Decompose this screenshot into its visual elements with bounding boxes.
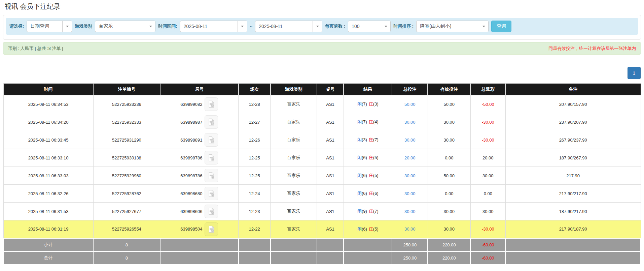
col-header-table-no: 桌号 (317, 84, 344, 95)
col-header-payout: 总派彩 (470, 84, 505, 95)
player-label: 闲 (357, 209, 362, 214)
player-label: 闲 (357, 137, 362, 142)
cell-result: 闲(6)庄(5) (344, 149, 392, 167)
chevron-down-icon (381, 21, 390, 32)
search-button[interactable]: 查询 (491, 21, 511, 32)
player-score: (7) (362, 119, 367, 124)
banker-score: (7) (373, 137, 379, 142)
video-playback-button[interactable] (205, 151, 218, 164)
col-header-time: 时间 (3, 84, 93, 95)
range-separator: ~ (250, 24, 253, 29)
player-score: (6) (362, 227, 367, 232)
currency-total-text: 币别 : 人民币 | 总共 :8 注单 | (8, 46, 63, 52)
cell-total-bet[interactable]: 50.00 (392, 95, 428, 113)
cell-bet-id: 522725927677 (93, 203, 160, 220)
notice-text: 同局有效投注，统一计算在该局第一张注单内 (548, 46, 636, 52)
cell-time: 2025-08-11 06:32:26 (3, 185, 93, 203)
cell-result: 闲(6)庄(5) (344, 167, 392, 185)
video-playback-button[interactable] (205, 187, 218, 200)
col-header-remark: 备注 (505, 84, 641, 95)
table-row: 2025-08-11 06:31:53 522725927677 6398986… (3, 203, 641, 220)
cell-result: 闲(3)庄(7) (344, 131, 392, 149)
page-size-select[interactable]: 100 (348, 21, 391, 32)
subtotal-label: 小计 (3, 238, 93, 251)
cell-payout: 20.00 (470, 149, 505, 167)
video-playback-button[interactable] (205, 97, 218, 111)
player-score: (3) (362, 137, 367, 142)
date-to-select[interactable]: 2025-08-11 (255, 21, 322, 32)
cell-total-bet[interactable]: 30.00 (392, 203, 428, 220)
cell-remark: 267.90/237.90 (505, 131, 641, 149)
cell-remark: 187.90/267.90 (505, 149, 641, 167)
player-label: 闲 (357, 155, 362, 160)
cell-session: 12-24 (239, 185, 271, 203)
player-score: (6) (362, 173, 367, 178)
table-row: 2025-08-11 06:33:03 522725929960 6398987… (3, 167, 641, 185)
video-file-icon (208, 136, 215, 144)
cell-valid-bet: 30.00 (428, 131, 470, 149)
table-row: 2025-08-11 06:32:26 522725928762 6398986… (3, 185, 641, 203)
cell-total-bet[interactable]: 30.00 (392, 113, 428, 131)
cell-result: 闲(7)庄(4) (344, 113, 392, 131)
game-category-select[interactable]: 百家乐 (95, 21, 155, 32)
banker-label: 庄 (369, 173, 373, 178)
video-playback-button[interactable] (205, 133, 218, 147)
video-file-icon (208, 118, 215, 126)
video-playback-button[interactable] (205, 205, 218, 218)
cell-total-bet[interactable]: 30.00 (392, 131, 428, 149)
round-id-text: 639898786 (180, 155, 202, 160)
cell-game: 百家乐 (271, 95, 317, 113)
time-sort-select[interactable]: 降幂(由大到小) (416, 21, 489, 32)
cell-bet-id: 522725931290 (93, 131, 160, 149)
video-playback-button[interactable] (205, 169, 218, 182)
cell-game: 百家乐 (271, 167, 317, 185)
cell-remark: 237.90/207.90 (505, 113, 641, 131)
date-from-select[interactable]: 2025-08-11 (180, 21, 247, 32)
date-to-value: 2025-08-11 (255, 21, 313, 32)
col-header-session: 场次 (239, 84, 271, 95)
time-sort-value: 降幂(由大到小) (417, 21, 479, 32)
page-size-label: 每页笔数 : (325, 23, 345, 29)
video-file-icon (208, 154, 215, 161)
cell-total-bet[interactable]: 30.00 (392, 220, 428, 238)
cell-session: 12-27 (239, 113, 271, 131)
cell-result: 闲(9)庄(7) (344, 203, 392, 220)
chevron-down-icon (62, 21, 72, 32)
cell-session: 12-26 (239, 131, 271, 149)
cell-bet-id: 522725928762 (93, 185, 160, 203)
cell-time: 2025-08-11 06:34:20 (3, 113, 93, 131)
round-id-text: 639898680 (180, 191, 202, 196)
query-type-select[interactable]: 日期查询 (27, 21, 72, 32)
cell-total-bet[interactable]: 30.00 (392, 185, 428, 203)
chevron-down-icon (146, 21, 155, 32)
cell-session: 12-25 (239, 167, 271, 185)
filter-panel: 请选择: 日期查询 游戏类别 百家乐 时间区间: 2025-08-11 ~ 20… (3, 15, 641, 40)
banker-score: (5) (373, 173, 379, 178)
cell-valid-bet: 0.00 (428, 149, 470, 167)
cell-round-id: 639898606 (160, 203, 239, 220)
page-size-value: 100 (348, 21, 381, 32)
time-range-label: 时间区间: (158, 23, 177, 29)
cell-remark: 217.90/217.90 (505, 185, 641, 203)
cell-game: 百家乐 (271, 220, 317, 238)
banker-score: (4) (373, 119, 379, 124)
video-playback-button[interactable] (205, 222, 218, 236)
cell-result: 闲(6)庄(6) (344, 185, 392, 203)
page-button-1[interactable]: 1 (628, 67, 641, 79)
cell-payout: 30.00 (470, 203, 505, 220)
cell-table-no: AS1 (317, 203, 344, 220)
video-playback-button[interactable] (205, 115, 218, 129)
cell-round-id: 639898680 (160, 185, 239, 203)
grand-total-row: 总计 8 250.00 220.00 -60.00 (3, 251, 641, 265)
cell-total-bet[interactable]: 20.00 (392, 149, 428, 167)
cell-round-id: 639898786 (160, 149, 239, 167)
subtotal-row: 小计 8 250.00 220.00 -60.00 (3, 238, 641, 251)
chevron-down-icon (479, 21, 488, 32)
cell-payout: 0.00 (470, 185, 505, 203)
cell-table-no: AS1 (317, 95, 344, 113)
cell-valid-bet: 30.00 (428, 203, 470, 220)
round-id-text: 639898504 (180, 227, 202, 232)
cell-round-id: 639898504 (160, 220, 239, 238)
cell-round-id: 639898987 (160, 113, 239, 131)
cell-total-bet[interactable]: 30.00 (392, 167, 428, 185)
